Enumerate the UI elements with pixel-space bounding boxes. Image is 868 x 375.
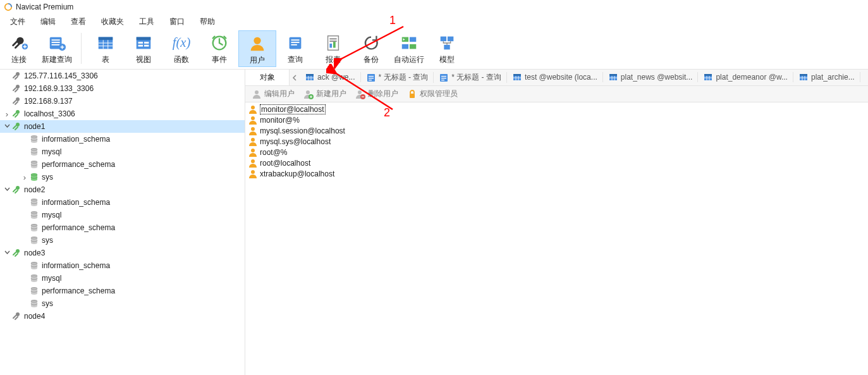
toolbar-model-button[interactable]: 模型 <box>428 30 466 67</box>
tree-row-6[interactable]: mysql <box>0 145 245 158</box>
toolbar-backup-button[interactable]: 备份 <box>352 30 390 67</box>
tree-row-3[interactable]: ›localhost_3306 <box>0 108 245 120</box>
tab-5[interactable]: plat_demeanor @w... <box>698 72 793 82</box>
svg-point-93 <box>306 90 310 94</box>
toolbar-connect-button[interactable]: 连接 <box>0 30 38 67</box>
tree-label: performance_schema <box>42 223 115 232</box>
edit-user-button[interactable]: 编辑用户 <box>248 87 298 101</box>
user-row-6[interactable]: xtrabackup@localhost <box>248 168 868 179</box>
tree-row-2[interactable]: 192.168.9.137 <box>0 95 245 108</box>
menu-2[interactable]: 查看 <box>63 15 94 29</box>
menu-0[interactable]: 文件 <box>3 15 33 29</box>
tree-row-14[interactable]: node3 <box>0 247 245 259</box>
toolbar-table-button[interactable]: 表 <box>87 30 125 67</box>
svg-point-95 <box>358 90 362 94</box>
tree-row-11[interactable]: mysql <box>0 209 245 221</box>
tree-label: node2 <box>24 185 45 194</box>
user-row-0[interactable]: monitor@localhost <box>248 104 868 114</box>
user-row-2[interactable]: mysql.session@localhost <box>248 125 868 136</box>
tabs-strip: 对象 ack @we...无标题 - 查询无标题 - 查询test @websi… <box>245 70 868 86</box>
tree-twist-icon[interactable] <box>3 250 11 257</box>
tree-row-1[interactable]: 192.168.9.133_3306 <box>0 82 245 95</box>
svg-point-41 <box>16 97 20 101</box>
menu-4[interactable]: 工具 <box>131 15 162 29</box>
tab-0[interactable]: ack @we... <box>300 72 361 82</box>
svg-point-40 <box>16 85 20 89</box>
toolbar-label: 事件 <box>212 54 227 65</box>
tree-row-5[interactable]: information_schema <box>0 133 245 145</box>
tab-label: plat_news @websit... <box>621 73 693 82</box>
tree-twist-icon[interactable]: › <box>3 109 11 119</box>
tree-row-17[interactable]: performance_schema <box>0 285 245 297</box>
query-icon <box>285 33 305 53</box>
clock-icon <box>209 33 229 53</box>
tree-label: node1 <box>24 122 45 131</box>
svg-point-103 <box>251 159 255 163</box>
user-row-4[interactable]: root@% <box>248 147 868 157</box>
menu-5[interactable]: 窗口 <box>162 15 192 29</box>
database-icon <box>29 147 39 157</box>
tree-row-19[interactable]: node4 <box>0 310 245 323</box>
tree-row-15[interactable]: information_schema <box>0 259 245 272</box>
tree-row-16[interactable]: mysql <box>0 272 245 285</box>
user-row-1[interactable]: monitor@% <box>248 114 868 125</box>
lock-icon <box>407 89 417 99</box>
user-row-5[interactable]: root@localhost <box>248 157 868 168</box>
tab-1[interactable]: 无标题 - 查询 <box>361 72 434 83</box>
new-user-button[interactable]: 新建用户 <box>300 87 350 101</box>
tab-label: plat_archie... <box>811 73 855 82</box>
app-icon <box>4 3 13 11</box>
tree-twist-icon[interactable] <box>3 187 11 194</box>
tab-6[interactable]: plat_archie... <box>793 72 860 82</box>
tree-label: node3 <box>24 249 45 257</box>
user-icon <box>248 147 258 157</box>
user-icon <box>248 104 258 114</box>
tree-row-18[interactable]: sys <box>0 297 245 310</box>
tree-row-0[interactable]: 125.77.116.145_3306 <box>0 70 245 82</box>
connection-closed-icon <box>11 96 21 106</box>
toolbar-function-button[interactable]: f(x)函数 <box>162 30 200 67</box>
sub-btn-label: 删除用户 <box>368 89 398 99</box>
tree-label: performance_schema <box>42 160 115 169</box>
tree-row-10[interactable]: information_schema <box>0 196 245 209</box>
toolbar-new-query-button[interactable]: 新建查询 <box>38 30 76 67</box>
tab-4[interactable]: plat_news @websit... <box>603 72 699 82</box>
priv-manager-button[interactable]: 权限管理员 <box>403 87 462 101</box>
delete-user-button[interactable]: 删除用户 <box>351 87 402 101</box>
menu-6[interactable]: 帮助 <box>192 15 223 29</box>
menu-1[interactable]: 编辑 <box>33 15 63 29</box>
tree-twist-icon[interactable]: › <box>20 173 29 182</box>
main-panel: 对象 ack @we...无标题 - 查询无标题 - 查询test @websi… <box>245 70 868 375</box>
tree-row-12[interactable]: performance_schema <box>0 221 245 234</box>
toolbar-label: 连接 <box>11 54 27 65</box>
toolbar-view-button[interactable]: 视图 <box>125 30 162 67</box>
tree-row-8[interactable]: ›sys <box>0 171 245 183</box>
tab-objects[interactable]: 对象 <box>245 70 290 85</box>
sub-btn-label: 权限管理员 <box>420 89 458 99</box>
connection-closed-icon <box>11 311 21 321</box>
tree-twist-icon[interactable] <box>3 123 11 130</box>
tree-row-9[interactable]: node2 <box>0 183 245 196</box>
tree-row-4[interactable]: node1 <box>0 120 245 133</box>
toolbar-report-button[interactable]: 报表 <box>314 30 352 67</box>
svg-rect-69 <box>441 76 446 77</box>
annotation-2: 2 <box>384 106 390 120</box>
tab-2[interactable]: 无标题 - 查询 <box>434 72 507 83</box>
tree-label: localhost_3306 <box>24 109 75 118</box>
tree-row-13[interactable]: sys <box>0 234 245 247</box>
svg-rect-5 <box>52 42 60 43</box>
user-row-3[interactable]: mysql.sys@localhost <box>248 136 868 147</box>
toolbar-automation-button[interactable]: 自动运行 <box>390 30 428 67</box>
svg-rect-65 <box>369 76 374 77</box>
tree-row-7[interactable]: performance_schema <box>0 158 245 171</box>
tab-3[interactable]: test @website (loca... <box>507 72 603 82</box>
toolbar-event-button[interactable]: 事件 <box>200 30 238 67</box>
menu-3[interactable]: 收藏夹 <box>94 15 131 29</box>
tab-scroll-left-button[interactable] <box>290 70 300 85</box>
svg-rect-32 <box>402 37 408 42</box>
connection-open-icon <box>11 109 21 119</box>
toolbar-query-button[interactable]: 查询 <box>276 30 314 67</box>
svg-rect-66 <box>369 78 374 78</box>
toolbar-user-button[interactable]: 用户 <box>238 30 276 67</box>
svg-point-1 <box>16 37 23 44</box>
